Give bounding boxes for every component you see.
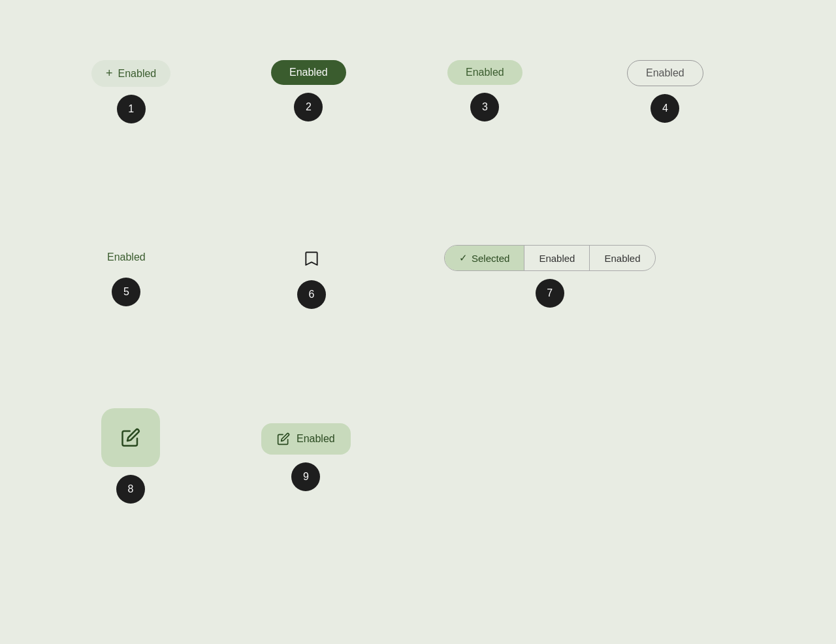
button-5[interactable]: Enabled: [104, 245, 148, 270]
button-1[interactable]: + Enabled: [91, 60, 170, 87]
badge-7: 7: [536, 279, 564, 308]
button-9-label: Enabled: [297, 433, 335, 445]
pencil-icon: [121, 428, 140, 447]
badge-8: 8: [116, 475, 145, 504]
badge-6: 6: [297, 280, 326, 309]
comp-1: + Enabled 1: [91, 60, 170, 123]
badge-2: 2: [294, 93, 323, 121]
seg-item-2[interactable]: Enabled: [524, 246, 590, 270]
seg-item-selected[interactable]: ✓ Selected: [445, 246, 524, 270]
button-5-label: Enabled: [107, 251, 146, 263]
button-4-label: Enabled: [646, 67, 684, 78]
component-grid: + Enabled 1 Enabled 2 Enabled 3 Enabled …: [0, 0, 836, 644]
seg-label-2: Enabled: [539, 253, 575, 264]
bookmark-icon: [303, 250, 320, 267]
comp-3: Enabled 3: [447, 60, 522, 121]
comp-4: Enabled 4: [627, 60, 703, 123]
checkmark-icon: ✓: [459, 252, 468, 264]
comp-7: ✓ Selected Enabled Enabled 7: [444, 245, 656, 308]
badge-9: 9: [291, 462, 320, 491]
plus-icon: +: [106, 67, 113, 80]
comp-2: Enabled 2: [271, 60, 346, 121]
seg-item-3[interactable]: Enabled: [590, 246, 654, 270]
pencil-small-icon: [277, 432, 290, 445]
button-3[interactable]: Enabled: [447, 60, 522, 85]
badge-3: 3: [470, 93, 499, 121]
seg-label-3: Enabled: [604, 253, 640, 264]
button-9[interactable]: Enabled: [261, 423, 351, 455]
button-1-label: Enabled: [118, 68, 157, 80]
button-2[interactable]: Enabled: [271, 60, 346, 85]
comp-8: 8: [101, 408, 160, 504]
comp-9: Enabled 9: [261, 423, 351, 491]
button-2-label: Enabled: [289, 67, 328, 78]
button-3-label: Enabled: [466, 67, 504, 78]
segmented-control: ✓ Selected Enabled Enabled: [444, 245, 656, 271]
badge-4: 4: [651, 94, 679, 123]
comp-6: 6: [297, 245, 326, 309]
button-8[interactable]: [101, 408, 160, 467]
button-4[interactable]: Enabled: [627, 60, 703, 86]
badge-1: 1: [117, 95, 146, 123]
comp-5: Enabled 5: [104, 245, 148, 306]
button-6[interactable]: [298, 245, 325, 272]
badge-5: 5: [112, 278, 140, 306]
seg-label-1: Selected: [472, 253, 509, 264]
